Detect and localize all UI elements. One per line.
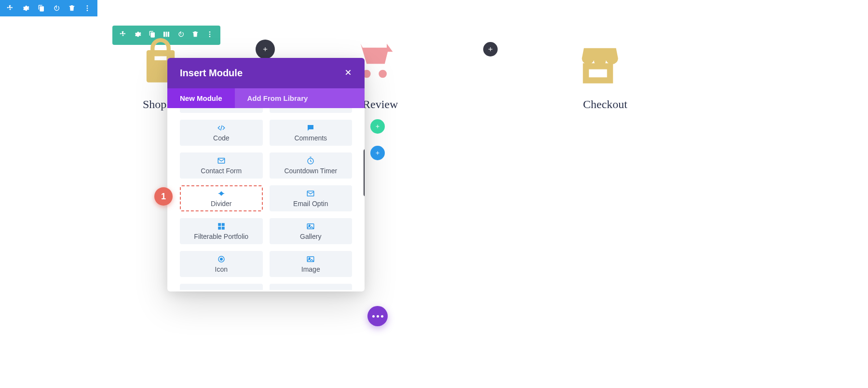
svg-point-4 [209, 34, 211, 35]
more-vertical-icon[interactable] [83, 4, 92, 13]
module-card-code[interactable]: Code [180, 120, 263, 146]
svg-rect-8 [586, 66, 610, 80]
move-icon[interactable] [6, 4, 14, 13]
column-label-review: Review [363, 98, 398, 111]
module-label: Countdown Timer [284, 167, 337, 175]
svg-rect-14 [218, 227, 221, 230]
store-icon [574, 38, 622, 88]
module-label: Image [301, 265, 320, 273]
modal-header: Insert Module [167, 58, 365, 88]
section-toolbar [0, 0, 97, 16]
svg-rect-12 [218, 223, 221, 226]
svg-point-0 [87, 5, 88, 7]
scrollbar[interactable] [364, 149, 365, 196]
module-label: Divider [211, 200, 232, 208]
svg-rect-15 [222, 227, 225, 230]
svg-point-2 [87, 10, 88, 11]
tab-add-from-library[interactable]: Add From Library [235, 88, 365, 108]
svg-rect-7 [155, 56, 167, 60]
add-row-button[interactable] [370, 119, 385, 134]
module-card-email-optin[interactable]: Email Optin [270, 185, 353, 211]
module-card-partial[interactable] [180, 108, 263, 113]
add-module-button[interactable] [483, 42, 498, 56]
more-horizontal-icon [372, 315, 383, 318]
module-card-icon[interactable]: Icon [180, 251, 263, 277]
trash-icon[interactable] [191, 30, 199, 40]
modal-title: Insert Module [180, 68, 243, 79]
close-icon[interactable] [344, 69, 352, 78]
module-label: Email Optin [293, 200, 328, 208]
module-label: Contact Form [201, 167, 242, 175]
column-label-shop: Shop [143, 98, 166, 111]
column-label-checkout: Checkout [583, 98, 627, 111]
svg-point-1 [87, 8, 88, 9]
module-label: Filterable Portfolio [194, 233, 248, 240]
callout-number: 1 [161, 192, 166, 202]
svg-point-19 [220, 258, 223, 261]
move-icon[interactable] [119, 30, 127, 40]
module-card-partial[interactable] [180, 284, 263, 290]
trash-icon[interactable] [68, 4, 76, 13]
module-card-comments[interactable]: Comments [270, 120, 353, 146]
tab-new-module[interactable]: New Module [167, 88, 235, 108]
more-vertical-icon[interactable] [206, 30, 214, 40]
svg-point-3 [209, 31, 211, 33]
module-card-countdown-timer[interactable]: Countdown Timer [270, 152, 353, 179]
insert-module-modal: Insert Module New Module Add From Librar… [167, 58, 365, 291]
add-module-button[interactable] [256, 40, 275, 59]
svg-rect-13 [222, 223, 225, 226]
duplicate-icon[interactable] [37, 4, 45, 13]
module-card-gallery[interactable]: Gallery [270, 218, 353, 244]
gear-icon[interactable] [21, 4, 30, 13]
more-actions-button[interactable] [367, 306, 388, 326]
module-card-partial[interactable] [270, 108, 353, 113]
module-card-partial[interactable] [270, 284, 353, 290]
svg-point-5 [209, 36, 211, 37]
module-label: Gallery [300, 233, 321, 240]
callout-badge: 1 [154, 187, 173, 206]
module-label: Code [213, 134, 229, 142]
module-card-filterable-portfolio[interactable]: Filterable Portfolio [180, 218, 263, 244]
power-icon[interactable] [52, 4, 61, 13]
modal-tabs: New Module Add From Library [167, 88, 365, 108]
module-card-contact-form[interactable]: Contact Form [180, 152, 263, 179]
module-card-divider[interactable]: Divider [180, 185, 263, 211]
module-label: Icon [215, 265, 228, 273]
modal-body: Code Comments Contact Form Countdown Tim… [167, 108, 365, 291]
module-card-image[interactable]: Image [270, 251, 353, 277]
add-section-button[interactable] [370, 146, 385, 160]
module-label: Comments [294, 134, 327, 142]
